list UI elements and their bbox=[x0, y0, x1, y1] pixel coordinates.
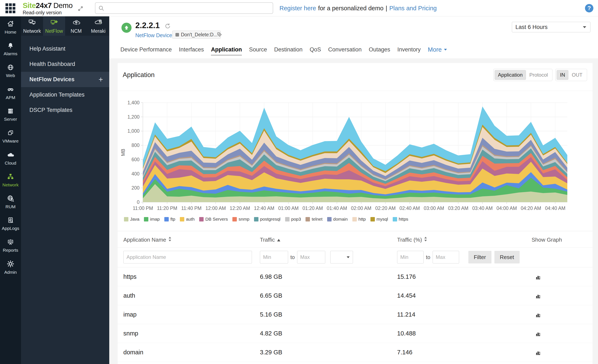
application-name-filter-input[interactable] bbox=[123, 251, 252, 263]
application-card: Application Application Protocol IN OUT … bbox=[118, 63, 592, 364]
traffic-max-input[interactable] bbox=[297, 251, 325, 263]
traffic-unit-select[interactable] bbox=[330, 251, 353, 263]
sidebar-item-rum[interactable]: RUM bbox=[0, 191, 21, 213]
time-range-select[interactable]: Last 6 Hours bbox=[512, 22, 590, 32]
module-tabs: Network NetFlow NCM Meraki bbox=[21, 16, 109, 36]
app-launcher-icon[interactable] bbox=[6, 3, 16, 13]
show-graph-icon[interactable] bbox=[535, 311, 542, 318]
toggle-in[interactable]: IN bbox=[556, 70, 568, 80]
sidebar-item-vmware[interactable]: VMware bbox=[0, 126, 21, 147]
filter-button[interactable]: Filter bbox=[468, 251, 491, 263]
legend-item-pop3[interactable]: pop3 bbox=[285, 217, 301, 222]
add-icon[interactable]: + bbox=[99, 72, 103, 87]
module-tab-network[interactable]: Network bbox=[21, 16, 43, 36]
direction-toggle-group: IN OUT bbox=[555, 69, 587, 81]
legend-item-mysql[interactable]: mysql bbox=[370, 217, 388, 222]
column-header-traffic-[interactable]: Traffic (%) bbox=[397, 237, 532, 243]
sidebar-item-label: RUM bbox=[6, 204, 16, 209]
tab-more[interactable]: More bbox=[428, 46, 448, 53]
module-tab-ncm[interactable]: NCM bbox=[65, 16, 87, 36]
register-link[interactable]: Register here bbox=[279, 5, 316, 12]
pct-min-input[interactable] bbox=[397, 251, 424, 263]
menu-item-label: Health Dashboard bbox=[29, 61, 75, 67]
help-icon[interactable]: ? bbox=[585, 4, 593, 12]
sidebar-item-application-templates[interactable]: Application Templates bbox=[21, 87, 109, 102]
tab-application[interactable]: Application bbox=[211, 46, 242, 53]
toggle-out[interactable]: OUT bbox=[568, 70, 586, 80]
sidebar-item-reports[interactable]: Reports bbox=[0, 235, 21, 257]
tab-device-performance[interactable]: Device Performance bbox=[120, 46, 172, 53]
traffic-pct-cell: 10.488 bbox=[397, 330, 532, 337]
tab-source[interactable]: Source bbox=[249, 46, 267, 53]
sidebar-item-home[interactable]: Home bbox=[0, 16, 21, 38]
sidebar-item-admin[interactable]: Admin bbox=[0, 257, 21, 278]
legend-item-snmp[interactable]: snmp bbox=[233, 217, 249, 222]
secondary-sidebar: Network NetFlow NCM Meraki Help Assistan… bbox=[21, 16, 109, 364]
legend-item-db-servers[interactable]: DB Servers bbox=[199, 217, 228, 222]
toggle-application[interactable]: Application bbox=[495, 70, 526, 80]
column-header-show-graph: Show Graph bbox=[532, 237, 592, 243]
legend-item-imap[interactable]: imap bbox=[144, 217, 160, 222]
reset-button[interactable]: Reset bbox=[494, 251, 520, 263]
tab-outages[interactable]: Outages bbox=[369, 46, 390, 53]
tag-icon[interactable] bbox=[216, 32, 222, 38]
sidebar-item-health-dashboard[interactable]: Health Dashboard bbox=[21, 57, 109, 72]
device-tag-chip[interactable]: Don't_Delete:D... bbox=[172, 31, 221, 39]
y-tick-label: 400 bbox=[132, 171, 140, 177]
expand-icon[interactable] bbox=[76, 5, 84, 13]
tab-destination[interactable]: Destination bbox=[274, 46, 303, 53]
menu-item-label: NetFlow Devices bbox=[29, 76, 75, 82]
show-graph-icon[interactable] bbox=[535, 330, 542, 337]
legend-item-java[interactable]: Java bbox=[124, 217, 139, 222]
legend-item-postgresql[interactable]: postgresql bbox=[254, 217, 281, 222]
module-tab-label: NCM bbox=[71, 28, 82, 34]
sidebar-item-cloud[interactable]: Cloud bbox=[0, 147, 21, 169]
x-tick-label: 04:40 AM bbox=[545, 205, 565, 211]
column-header-application-name[interactable]: Application Name bbox=[123, 237, 260, 243]
sidebar-item-help-assistant[interactable]: Help Assistant bbox=[21, 41, 109, 57]
tab-conversation[interactable]: Conversation bbox=[328, 46, 362, 53]
tab-inventory[interactable]: Inventory bbox=[397, 46, 421, 53]
legend-swatch bbox=[233, 217, 237, 221]
tab-interfaces[interactable]: Interfaces bbox=[179, 46, 204, 53]
show-graph-icon[interactable] bbox=[535, 274, 542, 280]
y-tick-label: 200 bbox=[132, 185, 140, 191]
legend-item-telnet[interactable]: telnet bbox=[306, 217, 322, 222]
sidebar-item-applogs[interactable]: AppLogs bbox=[0, 213, 21, 235]
plans-pricing-link[interactable]: Plans and Pricing bbox=[389, 5, 437, 12]
promo-bar: Register here for a personalized demo | … bbox=[279, 0, 437, 16]
column-label: Traffic bbox=[260, 237, 275, 243]
module-tab-netflow[interactable]: NetFlow bbox=[43, 16, 65, 36]
refresh-icon[interactable] bbox=[164, 23, 171, 30]
legend-swatch bbox=[327, 217, 332, 221]
global-search-input[interactable] bbox=[104, 3, 273, 13]
traffic-min-input[interactable] bbox=[260, 251, 288, 263]
legend-item-auth[interactable]: auth bbox=[180, 217, 195, 222]
legend-label: snmp bbox=[239, 217, 249, 222]
sidebar-item-apm[interactable]: APM bbox=[0, 82, 21, 104]
sidebar-item-web[interactable]: Web bbox=[0, 60, 21, 82]
status-up-icon bbox=[121, 23, 132, 33]
toggle-protocol[interactable]: Protocol bbox=[526, 70, 551, 80]
traffic-cell: 5.16 GB bbox=[260, 311, 397, 318]
sidebar-item-server[interactable]: Server bbox=[0, 104, 21, 126]
legend-swatch bbox=[370, 217, 375, 221]
tab-qos[interactable]: QoS bbox=[310, 46, 321, 53]
legend-item-ftp[interactable]: ftp bbox=[164, 217, 175, 222]
show-graph-icon[interactable] bbox=[535, 349, 542, 356]
legend-item-domain[interactable]: domain bbox=[327, 217, 348, 222]
x-tick-label: 01:20 AM bbox=[302, 205, 323, 211]
show-graph-icon[interactable] bbox=[535, 292, 542, 299]
sidebar-item-dscp-templates[interactable]: DSCP Templates bbox=[21, 102, 109, 118]
sidebar-item-network[interactable]: Network bbox=[0, 169, 21, 191]
legend-item-https[interactable]: https bbox=[393, 217, 408, 222]
column-header-traffic[interactable]: Traffic bbox=[260, 237, 397, 243]
sidebar-item-netflow-devices[interactable]: NetFlow Devices+ bbox=[21, 72, 109, 87]
legend-label: postgresql bbox=[260, 217, 281, 222]
sidebar-item-alarms[interactable]: Alarms bbox=[0, 38, 21, 60]
pct-max-input[interactable] bbox=[433, 251, 459, 263]
legend-item-http[interactable]: http bbox=[352, 217, 366, 222]
device-type-link[interactable]: NetFlow Device bbox=[135, 32, 172, 38]
sidebar-item-label: Network bbox=[2, 182, 18, 187]
module-tab-meraki[interactable]: Meraki bbox=[87, 16, 109, 36]
